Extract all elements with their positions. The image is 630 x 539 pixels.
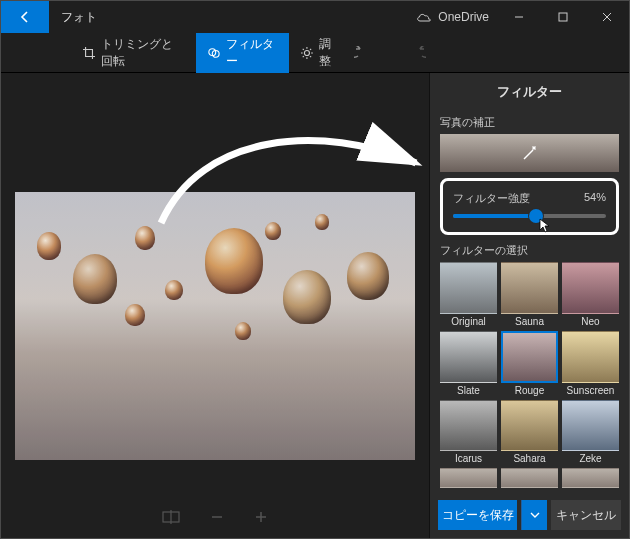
slider-fill	[453, 214, 536, 218]
filter-strength-box: フィルター強度 54%	[440, 178, 619, 235]
strength-label: フィルター強度	[453, 191, 530, 206]
adjust-icon	[301, 46, 313, 60]
filter-item-more[interactable]	[501, 468, 558, 488]
undo-button[interactable]	[351, 41, 375, 65]
filter-name: Slate	[440, 385, 497, 396]
mouse-cursor-icon	[539, 218, 551, 234]
filter-item-neo[interactable]: Neo	[562, 262, 619, 327]
filter-name: Original	[440, 316, 497, 327]
filter-thumb	[562, 262, 619, 314]
filter-thumb	[562, 468, 619, 488]
filter-name: Zeke	[562, 453, 619, 464]
tab-label: トリミングと回転	[101, 36, 184, 70]
cancel-button[interactable]: キャンセル	[551, 500, 621, 530]
svg-rect-1	[559, 13, 567, 21]
titlebar: フォト OneDrive	[1, 1, 629, 33]
filter-panel: フィルター 写真の補正 フィルター強度 54%	[429, 73, 629, 538]
filter-item-rouge[interactable]: Rouge	[501, 331, 558, 396]
filter-item-slate[interactable]: Slate	[440, 331, 497, 396]
chevron-down-icon	[530, 512, 540, 518]
cancel-label: キャンセル	[556, 507, 616, 524]
filter-item-sunscreen[interactable]: Sunscreen	[562, 331, 619, 396]
edit-toolbar: トリミングと回転 フィルター 調整	[1, 33, 629, 73]
back-button[interactable]	[1, 1, 49, 33]
canvas-footer-tools	[162, 510, 268, 528]
onedrive-label: OneDrive	[438, 10, 489, 24]
tab-filter[interactable]: フィルター	[196, 33, 289, 73]
save-copy-button[interactable]: コピーを保存	[438, 500, 517, 530]
app-title: フォト	[61, 9, 97, 26]
svg-line-9	[303, 48, 304, 49]
close-button[interactable]	[585, 1, 629, 33]
save-dropdown-button[interactable]	[521, 500, 547, 530]
filter-item-icarus[interactable]: Icarus	[440, 400, 497, 465]
redo-button[interactable]	[405, 41, 429, 65]
tab-adjust[interactable]: 調整	[289, 33, 351, 73]
onedrive-status[interactable]: OneDrive	[416, 10, 489, 24]
filter-thumb	[501, 400, 558, 452]
filter-name: Sunscreen	[562, 385, 619, 396]
filter-icon	[208, 46, 220, 60]
save-copy-label: コピーを保存	[442, 507, 514, 524]
filter-thumb	[501, 468, 558, 488]
photos-app-window: フォト OneDrive トリミングと回転 フィルター 調整	[0, 0, 630, 539]
strength-value: 54%	[584, 191, 606, 206]
image-canvas[interactable]	[1, 73, 429, 538]
minimize-button[interactable]	[497, 1, 541, 33]
tab-label: フィルター	[226, 36, 277, 70]
svg-line-11	[310, 48, 311, 49]
tab-label: 調整	[319, 36, 339, 70]
filters-section-label: フィルターの選択	[440, 243, 619, 258]
tab-crop-rotate[interactable]: トリミングと回転	[71, 33, 196, 73]
filter-thumb	[562, 331, 619, 383]
enhance-thumbnail[interactable]	[440, 134, 619, 172]
main-area: フィルター 写真の補正 フィルター強度 54%	[1, 73, 629, 538]
zoom-in-icon[interactable]	[254, 510, 268, 528]
filter-item-sauna[interactable]: Sauna	[501, 262, 558, 327]
filter-item-more[interactable]	[440, 468, 497, 488]
filter-thumb	[440, 468, 497, 488]
filter-item-more[interactable]	[562, 468, 619, 488]
svg-line-10	[310, 56, 311, 57]
filter-name: Sauna	[501, 316, 558, 327]
enhance-label: 写真の補正	[440, 115, 619, 130]
undo-redo-group	[351, 41, 429, 65]
magic-wand-icon	[521, 144, 539, 162]
filter-thumb	[501, 262, 558, 314]
filter-item-sahara[interactable]: Sahara	[501, 400, 558, 465]
filter-item-zeke[interactable]: Zeke	[562, 400, 619, 465]
panel-footer: コピーを保存 キャンセル	[430, 492, 629, 538]
filter-thumb	[440, 262, 497, 314]
filter-name: Neo	[562, 316, 619, 327]
svg-line-12	[303, 56, 304, 57]
filter-thumb	[562, 400, 619, 452]
filter-grid: OriginalSaunaNeoSlateRougeSunscreenIcaru…	[440, 262, 619, 488]
edited-image	[15, 192, 415, 460]
filter-name: Icarus	[440, 453, 497, 464]
filter-thumb	[440, 331, 497, 383]
filter-name: Sahara	[501, 453, 558, 464]
filter-thumb	[440, 400, 497, 452]
filter-thumb	[501, 331, 558, 383]
panel-title: フィルター	[430, 73, 629, 109]
filter-name: Rouge	[501, 385, 558, 396]
crop-icon	[83, 46, 95, 60]
cloud-icon	[416, 12, 432, 22]
maximize-button[interactable]	[541, 1, 585, 33]
strength-slider[interactable]	[453, 214, 606, 218]
svg-point-4	[304, 50, 309, 55]
compare-icon[interactable]	[162, 510, 180, 528]
zoom-out-icon[interactable]	[210, 510, 224, 528]
filter-item-original[interactable]: Original	[440, 262, 497, 327]
